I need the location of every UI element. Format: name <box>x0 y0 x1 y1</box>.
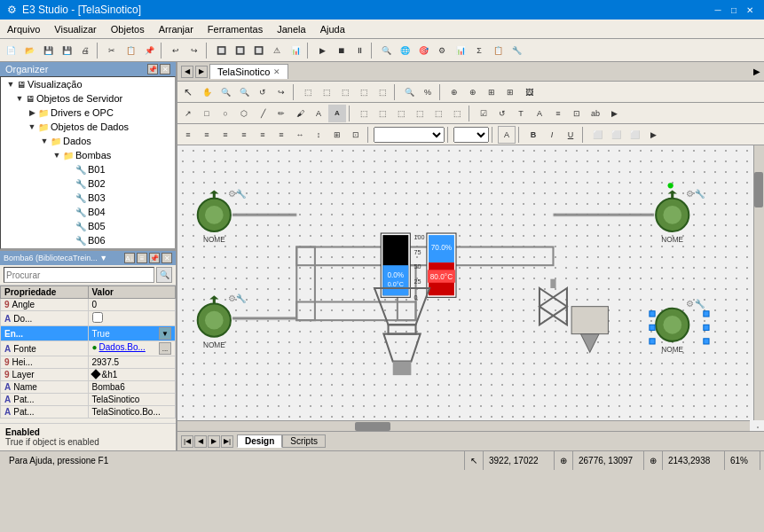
prop-layer-value[interactable]: &h1 <box>88 369 176 381</box>
ct-btn15[interactable]: ⊕ <box>445 83 463 101</box>
tree-item-dados[interactable]: ▼ 📁 Dados <box>1 134 175 148</box>
menu-arranjar[interactable]: Arranjar <box>152 20 201 38</box>
ct3-align-right[interactable]: ⬜ <box>626 126 643 144</box>
prop-row-hei[interactable]: 9Hei... 2937.5 <box>1 356 176 369</box>
tb-btn21[interactable]: 🌐 <box>396 42 414 59</box>
bottom-nav-last[interactable]: ▶| <box>221 435 233 448</box>
ct2-btn16[interactable]: ⬚ <box>448 105 466 122</box>
ct2-pencil[interactable]: ✏ <box>272 105 290 122</box>
tb-paste[interactable]: 📌 <box>140 42 158 59</box>
ct-btn19[interactable]: 🖼 <box>520 83 538 101</box>
prop-row-do[interactable]: ADo... <box>1 311 176 326</box>
ct3-btn3[interactable]: ≡ <box>217 126 234 144</box>
prop-do-value[interactable] <box>88 311 176 326</box>
tb-undo[interactable]: ↩ <box>167 42 185 59</box>
ct-refresh[interactable]: ↺ <box>254 83 272 101</box>
ct2-btn13[interactable]: ⬚ <box>392 105 410 122</box>
pump-3[interactable]: NOME ⚙ 🔧 <box>656 183 705 244</box>
prop-fonte-value[interactable]: ●Dados.Bo... ... <box>88 341 176 356</box>
canvas-nav-right[interactable]: ▶ <box>753 66 760 76</box>
organizer-close-btn[interactable]: ✕ <box>160 64 170 74</box>
prop-en-dropdown[interactable]: ▼ <box>159 327 171 340</box>
ct3-btn6[interactable]: ≡ <box>272 126 290 144</box>
ct2-btn14[interactable]: ⬚ <box>411 105 429 122</box>
ct-btn6[interactable]: ↪ <box>272 83 290 101</box>
ct-btn17[interactable]: ⊞ <box>483 83 500 101</box>
tb-new[interactable]: 📄 <box>2 42 20 59</box>
tree-item-b01[interactable]: 🔧 B01 <box>1 162 175 176</box>
ct3-btn8[interactable]: ↕ <box>310 126 327 144</box>
bottom-nav-first[interactable]: |◀ <box>181 435 193 448</box>
tab-close-icon[interactable]: ✕ <box>273 67 280 76</box>
ct-zoom-in[interactable]: 🔍 <box>217 83 234 101</box>
ct2-text[interactable]: A <box>310 105 327 122</box>
props-search-input[interactable] <box>4 267 154 283</box>
prop-row-angle[interactable]: 9Angle 0 <box>1 299 176 311</box>
valve[interactable] <box>540 279 567 325</box>
ct-zoom-out[interactable]: 🔍 <box>235 83 253 101</box>
tb-btn13[interactable]: 🔲 <box>231 42 248 59</box>
tb-copy[interactable]: 📋 <box>122 42 139 59</box>
ct3-align-left[interactable]: ⬜ <box>588 126 606 144</box>
tree-item-b06[interactable]: 🔧 B06 <box>1 233 175 247</box>
ct2-btn11[interactable]: ⬚ <box>355 105 373 122</box>
ct3-btn10[interactable]: ⊡ <box>347 126 365 144</box>
ct3-btn2[interactable]: ≡ <box>198 126 216 144</box>
prop-row-pat1[interactable]: APat... TelaSinotico <box>1 394 176 406</box>
ct3-align-center[interactable]: ⬜ <box>607 126 625 144</box>
tree-toggle-objdados[interactable]: ▼ <box>26 121 38 133</box>
ct3-color1[interactable]: A <box>498 126 516 144</box>
tree-area[interactable]: ▼ 🖥 Visualização ▼ 🖥 Objetos de Servidor… <box>0 76 176 249</box>
level-gauge-2[interactable]: 70.0% 80.0°C <box>427 233 456 297</box>
tb-btn16[interactable]: 📊 <box>287 42 304 59</box>
tb-btn24[interactable]: 📊 <box>452 42 469 59</box>
pump-2[interactable]: NOME ⚙ 🔧 <box>198 293 247 349</box>
tree-item-servidor[interactable]: ▼ 🖥 Objetos de Servidor <box>1 91 175 106</box>
props-pin-btn[interactable]: 📌 <box>149 253 160 263</box>
prop-row-name[interactable]: AName Bomba6 <box>1 381 176 394</box>
pump-1[interactable]: NOME ⚙ 🔧 <box>198 189 247 245</box>
tb-btn12[interactable]: 🔲 <box>212 42 230 59</box>
tb-btn5[interactable]: 🖨 <box>76 42 94 59</box>
tb-btn17[interactable]: ▶ <box>313 42 331 59</box>
ct-zoom-percent[interactable]: % <box>419 83 437 101</box>
ct3-btn4[interactable]: ≡ <box>235 126 253 144</box>
ct2-btn23[interactable]: ab <box>587 105 604 122</box>
ct2-brush[interactable]: 🖌 <box>291 105 309 122</box>
canvas-scrollbar-h[interactable] <box>177 420 750 431</box>
ct2-btn17[interactable]: ☑ <box>475 105 492 122</box>
ct2-btn19[interactable]: T <box>512 105 530 122</box>
tb-save[interactable]: 💾 <box>39 42 57 59</box>
prop-name-value[interactable]: Bomba6 <box>88 381 176 394</box>
prop-row-layer[interactable]: 9Layer &h1 <box>1 369 176 381</box>
props-az-btn[interactable]: A↓ <box>124 253 135 263</box>
tb-btn18[interactable]: ⏹ <box>332 42 350 59</box>
tb-btn23[interactable]: ⚙ <box>433 42 451 59</box>
tree-toggle-drivers[interactable]: ▶ <box>26 106 38 119</box>
tree-item-objdados[interactable]: ▼ 📁 Objetos de Dados <box>1 120 175 134</box>
ct3-btn5[interactable]: ≡ <box>254 126 272 144</box>
tb-btn26[interactable]: 📋 <box>489 42 507 59</box>
menu-arquivo[interactable]: Arquivo <box>0 20 47 38</box>
ct-btn7[interactable]: ⬚ <box>299 83 317 101</box>
ct3-underline[interactable]: U <box>562 126 579 144</box>
prop-hei-value[interactable]: 2937.5 <box>88 356 176 369</box>
ct2-btn24[interactable]: ▶ <box>605 105 623 122</box>
menu-ferramentas[interactable]: Ferramentas <box>201 20 270 38</box>
prop-row-pat2[interactable]: APat... TelaSinotico.Bo... <box>1 406 176 419</box>
ct2-btn22[interactable]: ⊡ <box>568 105 586 122</box>
maximize-button[interactable]: □ <box>727 3 741 17</box>
ct2-btn18[interactable]: ↺ <box>493 105 511 122</box>
props-search-button[interactable]: 🔍 <box>156 267 172 283</box>
menu-visualizar[interactable]: Visualizar <box>47 20 104 38</box>
props-cat-btn[interactable]: ≡ <box>137 253 147 263</box>
ct-btn10[interactable]: ⬚ <box>355 83 373 101</box>
minimize-button[interactable]: ─ <box>711 3 725 17</box>
ct3-btn1[interactable]: ≡ <box>179 126 197 144</box>
ct3-italic[interactable]: I <box>543 126 561 144</box>
ct-btn11[interactable]: ⬚ <box>374 83 391 101</box>
prop-do-checkbox[interactable] <box>92 312 103 323</box>
ct-btn16[interactable]: ⊕ <box>464 83 482 101</box>
canvas-scrollbar-v[interactable] <box>753 145 764 420</box>
tb-btn15[interactable]: ⚠ <box>268 42 286 59</box>
